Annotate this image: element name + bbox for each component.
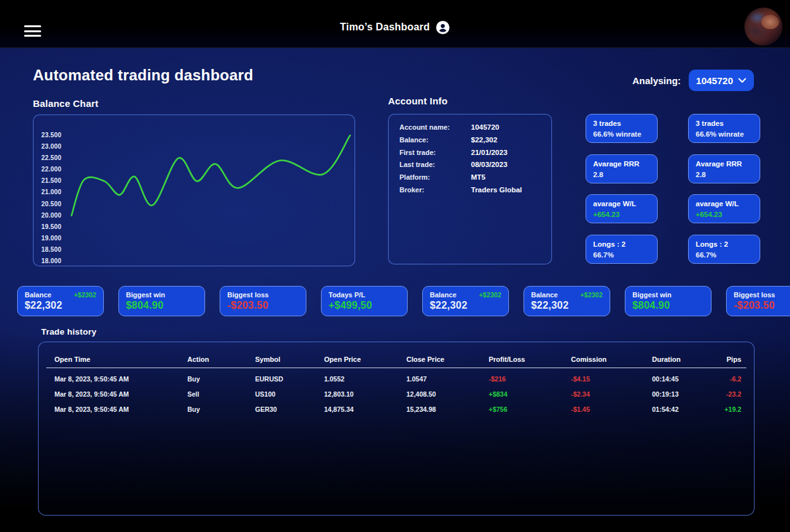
performance-card-value: 2.8: [593, 171, 650, 178]
page-title: Automated trading dashboard: [33, 66, 253, 84]
table-row: Mar 8, 2023, 9:50:45 AMBuyGER3014,875.34…: [39, 402, 754, 417]
table-cell: Mar 8, 2023, 9:50:45 AM: [54, 405, 187, 413]
summary-card-label: Balance: [430, 291, 456, 299]
field-value: 1045720: [471, 123, 499, 131]
table-cell: 00:14:45: [652, 375, 724, 383]
summary-card: Biggest loss -$203.50: [726, 286, 790, 316]
column-header: Open Price: [324, 356, 406, 363]
summary-card-value: -$203.50: [227, 300, 299, 311]
field-label: Broker:: [399, 186, 471, 194]
summary-card-header: Balance +$2302: [531, 291, 603, 299]
account-selector-dropdown[interactable]: 1045720: [689, 70, 754, 91]
field-label: Account name:: [399, 123, 471, 131]
table-cell: Mar 8, 2023, 9:50:45 AM: [54, 390, 187, 398]
summary-card-header: Biggest loss: [734, 291, 790, 299]
summary-card: Biggest loss -$203.50: [220, 286, 306, 316]
table-cell: 12,408.50: [406, 390, 489, 398]
summary-card-value: $804.90: [126, 300, 198, 311]
column-header: Duration: [652, 356, 724, 363]
column-header: Symbol: [255, 356, 324, 363]
field-value: MT5: [471, 173, 486, 181]
trade-history-title: Trade history: [41, 327, 96, 337]
table-cell: -$2.34: [571, 390, 652, 398]
summary-card-value: +$499,50: [329, 300, 400, 311]
table-cell: Buy: [187, 375, 255, 383]
field-label: First trade:: [399, 149, 471, 156]
performance-card: Longs : 2 66.7%: [586, 235, 658, 264]
summary-card: Todays P/L +$499,50: [321, 286, 408, 316]
table-cell: Sell: [187, 390, 255, 398]
summary-card-label: Todays P/L: [329, 291, 365, 299]
summary-card: Biggest win $804.90: [625, 286, 712, 316]
trade-history-panel: Open TimeActionSymbolOpen PriceClose Pri…: [38, 342, 755, 516]
summary-card-value: $804.90: [632, 300, 704, 311]
performance-card-value: 66.6% winrate: [593, 130, 650, 138]
summary-card: Balance +$2302 $22,302: [17, 286, 104, 316]
performance-card-title: Avarage RRR: [593, 160, 650, 168]
performance-card-title: 3 trades: [696, 120, 753, 127]
performance-card-value: 66.7%: [696, 251, 753, 259]
summary-card-label: Biggest loss: [734, 291, 775, 299]
table-cell: -$216: [489, 375, 571, 383]
table-cell: 1.0552: [324, 375, 406, 383]
table-cell: Buy: [187, 405, 255, 413]
column-header: Open Time: [54, 356, 187, 363]
table-body: Mar 8, 2023, 9:50:45 AMBuyEURUSD1.05521.…: [39, 371, 754, 417]
summary-card: Balance +$2302 $22,302: [524, 286, 610, 316]
top-navbar: Timo’s Dashboard: [0, 0, 790, 48]
performance-card: avarage W/L +654.23: [688, 194, 760, 223]
balance-line-chart: [34, 115, 356, 267]
performance-card-title: avarage W/L: [593, 200, 650, 207]
performance-card-title: Longs : 2: [696, 240, 753, 248]
account-info-field: Last trade: 08/03/2023: [399, 159, 551, 170]
summary-card-header: Balance +$2302: [25, 291, 96, 299]
column-header: Close Price: [406, 356, 489, 363]
table-header-row: Open TimeActionSymbolOpen PriceClose Pri…: [39, 356, 754, 363]
column-header: Pips: [724, 356, 741, 363]
performance-card: 3 trades 66.6% winrate: [586, 114, 658, 143]
balance-chart-title: Balance Chart: [33, 98, 98, 109]
table-cell: 14,875.34: [324, 405, 406, 413]
table-cell: +$756: [489, 405, 571, 413]
table-row: Mar 8, 2023, 9:50:45 AMSellUS10012,803.1…: [39, 387, 754, 402]
performance-card-title: 3 trades: [593, 120, 650, 127]
table-cell: -23.2: [724, 390, 741, 398]
account-info-field: Balance: $22,302: [399, 135, 551, 145]
summary-card-label: Biggest loss: [227, 291, 268, 299]
summary-card-value: $22,302: [430, 300, 501, 311]
field-value: 21/01/2023: [471, 149, 508, 156]
analysing-control: Analysing: 1045720: [632, 70, 754, 91]
performance-card: Avarage RRR 2.8: [586, 154, 658, 183]
balance-chart-panel: 23.50023.00022.50022.00021.50021.00020.5…: [33, 114, 355, 266]
performance-card-value: +654.23: [696, 211, 753, 218]
performance-card-title: avarage W/L: [696, 200, 753, 207]
table-cell: 00:19:13: [652, 390, 724, 398]
chevron-down-icon: [738, 78, 746, 84]
account-info-field: First trade: 21/01/2023: [399, 147, 551, 158]
summary-card-header: Biggest win: [126, 291, 198, 299]
summary-card-header: Biggest win: [632, 291, 704, 299]
performance-card-value: +654.23: [593, 211, 650, 218]
table-cell: -$1.45: [571, 405, 652, 413]
performance-card: 3 trades 66.6% winrate: [688, 114, 760, 143]
field-value: 08/03/2023: [471, 161, 508, 168]
summary-card-label: Biggest win: [632, 291, 672, 299]
table-cell: Mar 8, 2023, 9:50:45 AM: [54, 375, 187, 383]
summary-card: Balance +$2302 $22,302: [422, 286, 509, 316]
summary-card-label: Balance: [531, 291, 558, 299]
summary-card-delta: +$2302: [580, 291, 603, 299]
summary-card-delta: +$2302: [74, 291, 96, 299]
performance-cards-grid: 3 trades 66.6% winrate Avarage RRR 2.8 a…: [586, 114, 760, 264]
app-title: Timo’s Dashboard: [340, 22, 430, 33]
account-info-panel: Account name: 1045720 Balance: $22,302 F…: [388, 114, 552, 264]
field-value: $22,302: [471, 136, 498, 144]
account-selector-value: 1045720: [696, 75, 733, 86]
user-circle-icon: [436, 20, 450, 35]
summary-card: Biggest win $804.90: [118, 286, 205, 316]
summary-card-value: $22,302: [25, 300, 96, 311]
table-cell: -$4.15: [571, 375, 652, 383]
performance-card-value: 2.8: [696, 171, 753, 178]
avatar[interactable]: [744, 8, 782, 46]
performance-card-value: 66.7%: [593, 251, 650, 259]
table-header-divider: [46, 368, 746, 368]
